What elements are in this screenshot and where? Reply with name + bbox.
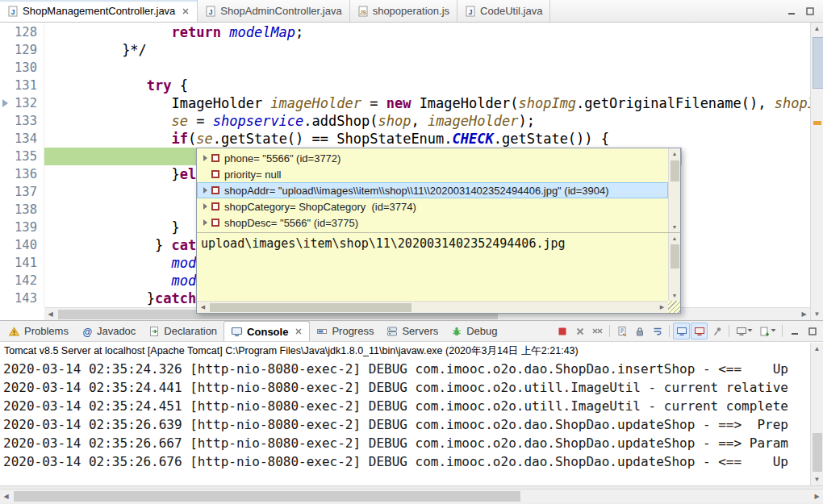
line-number[interactable]: 128 <box>0 23 44 41</box>
editor-tab-codeutil-java[interactable]: JCodeUtil.java <box>457 0 550 22</box>
code-text: } catch <box>44 236 213 254</box>
dropdown-arrow-icon[interactable] <box>771 324 776 339</box>
panel-tab-servers[interactable]: Servers <box>380 321 445 341</box>
line-number[interactable]: 139 <box>0 219 44 236</box>
panel-tab-javadoc[interactable]: @Javadoc <box>75 321 142 341</box>
word-wrap-button[interactable] <box>649 323 666 339</box>
popup-horizontal-scrollbar[interactable]: ◀ ▶ <box>197 301 668 313</box>
dropdown-arrow-icon[interactable] <box>747 324 753 339</box>
panel-tab-progress[interactable]: Progress <box>310 321 380 341</box>
scroll-down-icon[interactable]: ▼ <box>811 308 823 320</box>
code-line[interactable]: 133 se = shopservice.addShop(shop, image… <box>0 112 810 130</box>
scroll-right-icon[interactable]: ▶ <box>798 308 810 320</box>
expand-icon[interactable] <box>203 219 207 226</box>
line-number[interactable]: 129 <box>0 41 44 59</box>
overview-annotation-marker[interactable] <box>813 121 821 125</box>
line-number[interactable]: 135 <box>0 148 44 165</box>
detail-pane-scrollbar[interactable]: ▲ ▼ <box>668 233 680 301</box>
expand-icon[interactable] <box>203 203 207 210</box>
maximize-editor-icon[interactable] <box>804 5 817 18</box>
line-number[interactable]: 131 <box>0 77 44 94</box>
pin-console-button[interactable] <box>708 323 725 339</box>
line-number[interactable]: 138 <box>0 201 44 219</box>
remove-launch-button[interactable] <box>571 323 588 339</box>
panel-tab-debug[interactable]: Debug <box>445 321 503 341</box>
scroll-down-icon[interactable]: ▼ <box>669 290 681 301</box>
open-console-button[interactable] <box>756 323 779 339</box>
editor-vscroll-thumb[interactable] <box>813 37 823 89</box>
scroll-up-icon[interactable]: ▲ <box>669 233 681 244</box>
editor-tab-shopmanagementcontroller-java[interactable]: JShopManagementController.java <box>0 0 198 22</box>
variables-scroll-thumb[interactable] <box>671 160 679 181</box>
window-horizontal-scrollbar[interactable]: ◀ ▶ <box>0 489 823 502</box>
scroll-left-icon[interactable]: ◀ <box>197 302 209 313</box>
variable-detail-pane[interactable]: upload\images\item\shop\11\2020031402352… <box>197 233 668 301</box>
line-number[interactable]: 137 <box>0 183 44 201</box>
close-tab-icon[interactable] <box>295 327 303 335</box>
code-token: imageHolder <box>270 95 361 111</box>
code-line[interactable]: 132 ImageHolder imageHolder = new ImageH… <box>0 94 810 112</box>
scroll-down-icon[interactable]: ▼ <box>811 473 823 485</box>
variable-row-phone[interactable]: phone= "5566" (id=3772) <box>197 150 668 166</box>
code-line[interactable]: 134 if(se.getState() == ShopStateEnum.CH… <box>0 130 810 148</box>
scroll-up-icon[interactable]: ▲ <box>669 148 681 159</box>
panel-tab-declaration[interactable]: Declaration <box>142 321 224 341</box>
close-tab-icon[interactable] <box>182 7 190 15</box>
variable-row-shopcategory[interactable]: shopCategory= ShopCategory (id=3774) <box>197 198 668 215</box>
console-vertical-scrollbar[interactable]: ▲ ▼ <box>810 343 823 485</box>
code-line[interactable]: 131 try { <box>0 77 810 94</box>
display-selected-console-button[interactable] <box>733 323 755 339</box>
code-line[interactable]: 130 <box>0 59 810 77</box>
remove-all-terminated-button[interactable] <box>589 323 606 339</box>
popup-hscroll-thumb[interactable] <box>210 303 412 312</box>
editor-vertical-scrollbar[interactable]: ▲ ▼ <box>810 23 823 320</box>
minimize-view-button[interactable] <box>786 323 803 339</box>
scroll-right-icon[interactable]: ▶ <box>656 302 668 313</box>
code-text: mod <box>44 272 196 289</box>
line-number[interactable]: 136 <box>0 165 44 183</box>
code-token: shopImg <box>518 95 576 111</box>
maximize-view-button[interactable] <box>804 323 821 339</box>
scroll-left-icon[interactable]: ◀ <box>0 490 12 502</box>
clear-console-button[interactable] <box>613 323 630 339</box>
variables-list-scrollbar[interactable]: ▲ ▼ <box>668 148 680 232</box>
line-number[interactable]: 143 <box>0 289 44 307</box>
line-number[interactable]: 142 <box>0 272 44 289</box>
code-line[interactable]: 128 return modelMap; <box>0 23 810 41</box>
line-number[interactable]: 133 <box>0 112 44 130</box>
scroll-lock-button[interactable] <box>631 323 648 339</box>
code-line[interactable]: 129 }*/ <box>0 41 810 59</box>
line-number[interactable]: 140 <box>0 236 44 254</box>
show-console-on-stderr-button[interactable] <box>691 323 708 339</box>
line-number[interactable]: 134 <box>0 130 44 148</box>
expand-icon[interactable] <box>203 187 207 194</box>
line-number[interactable]: 141 <box>0 254 44 272</box>
scroll-left-icon[interactable]: ◀ <box>44 308 56 320</box>
panel-tab-console[interactable]: Console <box>224 321 310 341</box>
line-number[interactable]: 132 <box>0 94 44 112</box>
editor-tab-shopoperation-js[interactable]: JSshopoperation.js <box>350 0 457 22</box>
scroll-down-icon[interactable]: ▼ <box>669 222 681 232</box>
bottom-scroll-strip: ◀ ▶ <box>0 485 823 504</box>
variable-row-shopaddr[interactable]: shopAddr= "upload\\images\\item\\shop\\1… <box>197 182 668 198</box>
line-number[interactable]: 130 <box>0 59 44 77</box>
scroll-up-icon[interactable]: ▲ <box>811 23 823 35</box>
code-text <box>44 201 48 219</box>
minimize-editor-icon[interactable] <box>785 5 798 18</box>
console-vscroll-thumb[interactable] <box>813 433 822 472</box>
code-token: }*/ <box>122 42 147 58</box>
scroll-up-icon[interactable]: ▲ <box>811 343 823 355</box>
window-hscroll-thumb[interactable] <box>14 491 520 502</box>
detail-scroll-thumb[interactable] <box>671 244 679 269</box>
editor-tab-shopadmincontroller-java[interactable]: JShopAdminController.java <box>198 0 349 22</box>
show-console-on-stdout-button[interactable] <box>673 323 690 339</box>
expand-icon[interactable] <box>203 155 207 161</box>
console-view[interactable]: Tomcat v8.5 Server at localhost [Apache … <box>0 343 810 485</box>
terminate-button[interactable] <box>554 323 570 339</box>
variable-row-priority[interactable]: priority= null <box>197 166 668 182</box>
variable-row-shopdesc[interactable]: shopDesc= "5566" (id=3775) <box>197 215 668 231</box>
scroll-right-icon[interactable]: ▶ <box>811 490 823 502</box>
panel-tab-problems[interactable]: Problems <box>2 321 75 341</box>
code-token <box>48 273 172 289</box>
resize-grip[interactable] <box>668 301 680 313</box>
